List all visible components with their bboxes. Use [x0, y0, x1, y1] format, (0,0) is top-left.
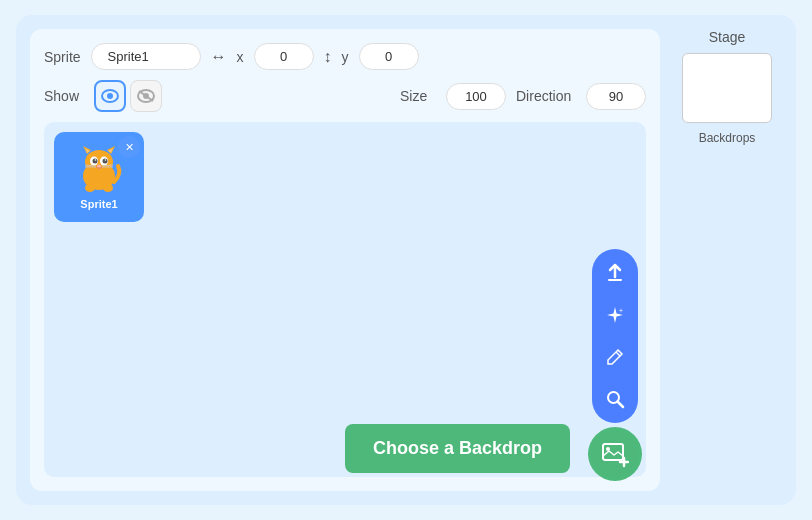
sprite-name-label: Sprite1: [80, 198, 117, 210]
paint-icon: [605, 347, 625, 367]
show-visible-btn[interactable]: [94, 80, 126, 112]
show-hidden-btn[interactable]: [130, 80, 162, 112]
svg-point-22: [85, 184, 95, 192]
svg-line-25: [616, 352, 620, 356]
size-label: Size: [400, 88, 436, 104]
main-container: Sprite Sprite1 ↔ x 0 ↕ y 0 Show: [16, 15, 796, 505]
y-input[interactable]: 0: [359, 43, 419, 70]
svg-line-4: [139, 91, 153, 101]
svg-point-6: [85, 150, 113, 174]
stage-panel: Stage Backdrops: [672, 29, 782, 491]
image-add-icon: [601, 440, 629, 468]
upload-action-btn[interactable]: [599, 257, 631, 289]
sprite-name-input[interactable]: Sprite1: [91, 43, 201, 70]
delete-sprite-btn[interactable]: ✕: [118, 136, 140, 158]
svg-point-23: [103, 184, 113, 192]
size-input[interactable]: 100: [446, 83, 506, 110]
direction-input[interactable]: 90: [586, 83, 646, 110]
svg-line-27: [618, 402, 624, 408]
action-bar: [592, 249, 638, 423]
svg-point-15: [95, 159, 97, 161]
svg-point-13: [93, 159, 98, 164]
stage-title: Stage: [709, 29, 746, 45]
svg-rect-28: [603, 444, 623, 460]
search-icon: [605, 389, 625, 409]
search-action-btn[interactable]: [599, 383, 631, 415]
x-label: x: [237, 49, 244, 65]
x-arrow-icon: ↔: [211, 48, 227, 66]
sparkle-icon: [605, 305, 625, 325]
svg-point-17: [97, 165, 101, 168]
add-backdrop-main-btn[interactable]: [588, 427, 642, 481]
sprite-card-sprite1[interactable]: ✕: [54, 132, 144, 222]
upload-icon: [605, 263, 625, 283]
eye-slash-icon: [137, 89, 155, 103]
svg-point-16: [105, 159, 107, 161]
sparkle-action-btn[interactable]: [599, 299, 631, 331]
direction-label: Direction: [516, 88, 576, 104]
backdrops-label: Backdrops: [699, 131, 756, 145]
sprite-controls-row: Sprite Sprite1 ↔ x 0 ↕ y 0: [44, 43, 646, 70]
main-panel: Sprite Sprite1 ↔ x 0 ↕ y 0 Show: [30, 29, 660, 491]
svg-point-14: [103, 159, 108, 164]
show-toggle-group: [94, 80, 162, 112]
show-controls-row: Show Size 100: [44, 80, 646, 112]
sprite-label: Sprite: [44, 49, 81, 65]
stage-preview[interactable]: [682, 53, 772, 123]
x-input[interactable]: 0: [254, 43, 314, 70]
choose-backdrop-button[interactable]: Choose a Backdrop: [345, 424, 570, 473]
eye-icon: [101, 89, 119, 103]
svg-point-1: [107, 93, 113, 99]
floating-actions-panel: [588, 249, 642, 481]
show-label: Show: [44, 88, 80, 104]
y-label: y: [342, 49, 349, 65]
y-arrow-icon: ↕: [324, 48, 332, 66]
paint-action-btn[interactable]: [599, 341, 631, 373]
svg-rect-24: [608, 279, 622, 281]
